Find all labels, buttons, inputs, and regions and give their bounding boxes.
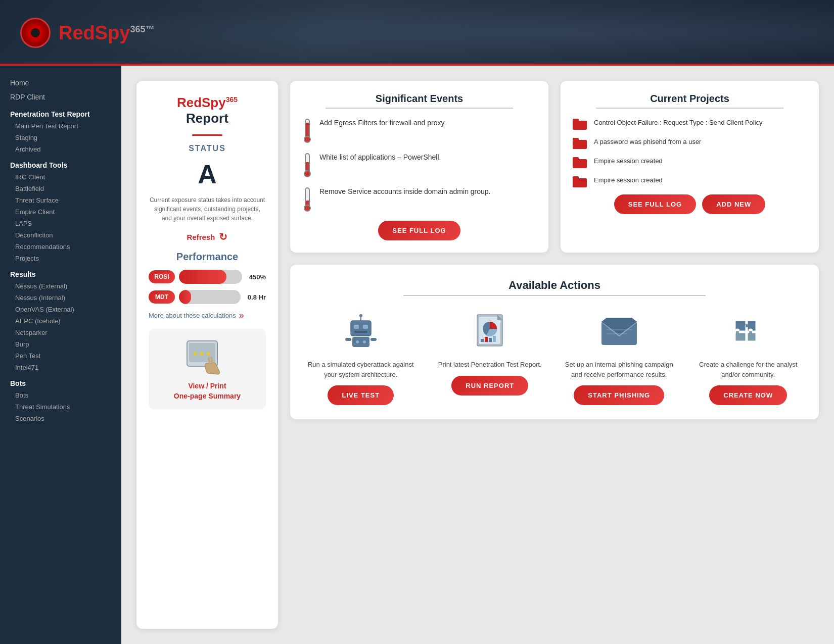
sidebar-item-nessus-ext[interactable]: Nessus (External) (0, 280, 121, 292)
sidebar-section-results: Results (0, 266, 121, 280)
perf-bar-rosi-fill (179, 270, 226, 284)
sidebar-item-burp[interactable]: Burp (0, 338, 121, 350)
event-text-1: Add Egress Filters for firewall and prox… (319, 118, 446, 128)
folder-icon-3 (573, 157, 587, 168)
actions-grid: Run a simulated cyberattack against your… (302, 308, 807, 405)
perf-row-mdt: MDT 0.8 Hr (149, 290, 266, 304)
see-full-log-projects-button[interactable]: SEE FULL LOG (614, 194, 696, 214)
sidebar-item-threat-sims[interactable]: Threat Simulations (0, 401, 121, 413)
sidebar-item-archived[interactable]: Archived (0, 143, 121, 155)
event-row-3: Remove Service accounts inside domain ad… (302, 186, 536, 212)
sidebar: Home RDP Client Penetration Test Report … (0, 66, 121, 644)
sidebar-item-battlefield[interactable]: Battlefield (0, 183, 121, 194)
logo-sup: 365™ (130, 24, 154, 34)
logo-white-text: 365™ (130, 22, 154, 43)
action-card-phishing: Set up an internal phishing campaign and… (561, 308, 678, 405)
action-desc-create: Create a challenge for the analyst and/o… (690, 360, 807, 379)
status-label: STATUS (189, 144, 226, 153)
run-report-button[interactable]: RUN REPORT (451, 376, 528, 395)
status-grade: A (198, 161, 217, 187)
logo-icon (20, 18, 51, 48)
event-row-1: Add Egress Filters for firewall and prox… (302, 118, 536, 143)
sidebar-section-dashboard: Dashboard Tools (0, 157, 121, 171)
thermometer-low-icon (302, 187, 312, 212)
sidebar-section-pentest: Penetration Test Report (0, 106, 121, 120)
svg-rect-7 (363, 325, 368, 329)
sidebar-item-deconfliciton[interactable]: Deconfliciton (0, 229, 121, 241)
sidebar-item-aepc[interactable]: AEPC (Icehole) (0, 315, 121, 327)
sidebar-item-openvas[interactable]: OpenVAS (External) (0, 304, 121, 315)
sidebar-item-intel471[interactable]: Intel471 (0, 362, 121, 373)
refresh-icon: ↻ (219, 231, 227, 243)
sidebar-item-main-pen[interactable]: Main Pen Test Report (0, 120, 121, 132)
more-calculations-link[interactable]: More about these calculations » (149, 310, 266, 321)
sidebar-item-laps[interactable]: LAPS (0, 218, 121, 229)
sidebar-item-threat-surface[interactable]: Threat Surface (0, 194, 121, 206)
folder-icon-4 (573, 176, 587, 187)
available-actions-panel: Available Actions (290, 265, 819, 419)
action-card-run-report: Print latest Penetration Test Report. RU… (432, 308, 549, 405)
performance-title: Performance (149, 251, 266, 263)
more-calc-label: More about these calculations (149, 312, 236, 319)
event-text-3: Remove Service accounts inside domain ad… (319, 186, 491, 197)
perf-bar-rosi-bg (179, 270, 242, 284)
action-card-live-test: Run a simulated cyberattack against your… (302, 308, 420, 405)
available-actions-divider (403, 295, 706, 296)
performance-section: Performance ROSI 450% MDT 0.8 Hr Mo (149, 251, 266, 321)
svg-rect-13 (370, 338, 377, 341)
logo-red-text: RedSpy (59, 22, 130, 43)
sidebar-item-netsparker[interactable]: Netsparker (0, 327, 121, 338)
top-panels: Significant Events Add Egress Filters fo… (290, 81, 819, 253)
sidebar-item-recommendations[interactable]: Recommendations (0, 241, 121, 253)
sidebar-item-home[interactable]: Home (0, 76, 121, 90)
status-desc: Current exposure status takes into accou… (149, 195, 266, 223)
current-projects-panel: Current Projects Control Object Failure … (561, 81, 819, 253)
event-text-2: White list of applications – PowerShell. (319, 152, 441, 163)
significant-events-title: Significant Events (302, 93, 536, 105)
significant-events-panel: Significant Events Add Egress Filters fo… (290, 81, 548, 253)
available-actions-title: Available Actions (302, 279, 807, 292)
svg-rect-11 (352, 337, 369, 347)
perf-row-rosi: ROSI 450% (149, 270, 266, 284)
thermometer-high-icon (302, 119, 312, 143)
svg-point-14 (356, 340, 359, 343)
current-projects-title: Current Projects (573, 93, 807, 105)
print-link[interactable]: View / Print One-page Summary (174, 381, 241, 401)
sidebar-item-rdp[interactable]: RDP Client (0, 90, 121, 104)
perf-bar-mdt-bg (179, 290, 241, 304)
sidebar-item-scenarios[interactable]: Scenarios (0, 413, 121, 424)
sidebar-item-staging[interactable]: Staging (0, 132, 121, 143)
right-panels: Significant Events Add Egress Filters fo… (290, 81, 819, 629)
add-new-project-button[interactable]: ADD NEW (702, 194, 765, 214)
sidebar-item-empire[interactable]: Empire Client (0, 206, 121, 218)
refresh-label: Refresh (187, 233, 215, 241)
significant-events-footer: SEE FULL LOG (302, 221, 536, 240)
svg-rect-5 (351, 321, 371, 336)
start-phishing-button[interactable]: START PHISHING (574, 385, 664, 405)
sidebar-item-bots[interactable]: Bots (0, 389, 121, 401)
sidebar-item-irc[interactable]: IRC Client (0, 171, 121, 183)
sidebar-item-projects[interactable]: Projects (0, 253, 121, 264)
header-red-line (0, 64, 834, 66)
see-full-log-events-button[interactable]: SEE FULL LOG (378, 221, 460, 240)
live-test-button[interactable]: LIVE TEST (328, 385, 394, 405)
action-desc-run-report: Print latest Penetration Test Report. (438, 360, 542, 370)
refresh-button[interactable]: Refresh ↻ (187, 231, 228, 243)
create-now-button[interactable]: CREATE NOW (709, 385, 787, 405)
event-row-2: White list of applications – PowerShell. (302, 152, 536, 177)
perf-label-mdt: MDT (149, 290, 175, 304)
svg-rect-12 (345, 338, 351, 341)
robot-icon (336, 308, 386, 354)
sidebar-section-bots: Bots (0, 375, 121, 389)
current-projects-divider (596, 108, 783, 109)
svg-point-10 (359, 314, 362, 317)
perf-label-rosi: ROSI (149, 270, 175, 283)
perf-value-mdt: 0.8 Hr (248, 293, 266, 301)
chevron-right-icon: » (239, 310, 244, 321)
sidebar-item-pentest[interactable]: Pen Test (0, 350, 121, 362)
svg-rect-20 (485, 337, 488, 342)
svg-line-3 (209, 358, 210, 363)
svg-rect-22 (493, 336, 496, 342)
logo-area: RedSpy365™ (20, 18, 155, 48)
sidebar-item-nessus-int[interactable]: Nessus (Internal) (0, 292, 121, 304)
